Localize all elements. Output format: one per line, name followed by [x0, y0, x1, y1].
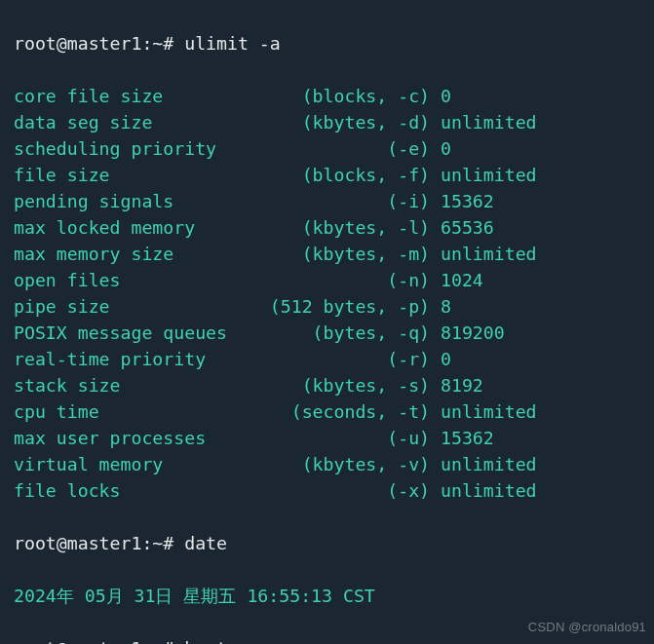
ulimit-value: unlimited — [441, 244, 537, 264]
ulimit-unit: (-n) — [270, 270, 441, 290]
ulimit-row: pipe size (512 bytes, -p) 8 — [14, 293, 640, 320]
ulimit-unit: (kbytes, -s) — [270, 375, 441, 396]
ulimit-unit: (-e) — [270, 138, 441, 159]
ulimit-unit: (-u) — [270, 428, 441, 448]
ulimit-row: core file size (blocks, -c) 0 — [14, 83, 640, 109]
ulimit-value: 15362 — [441, 191, 494, 211]
ulimit-label: open files — [14, 270, 270, 290]
command-text: date — [184, 533, 227, 553]
ulimit-row: POSIX message queues (bytes, -q) 819200 — [14, 320, 640, 346]
ulimit-row: max locked memory (kbytes, -l) 65536 — [14, 214, 640, 241]
ulimit-label: max locked memory — [14, 217, 270, 238]
date-output: 2024年 05月 31日 星期五 16:55:13 CST — [14, 583, 640, 609]
command-text: hostname — [184, 638, 270, 644]
ulimit-row: virtual memory (kbytes, -v) unlimited — [14, 451, 640, 477]
ulimit-unit: (kbytes, -m) — [270, 244, 441, 264]
ulimit-value: 8 — [441, 296, 451, 317]
ulimit-label: cpu time — [14, 401, 270, 422]
ulimit-value: 0 — [441, 138, 451, 159]
shell-prompt: root@master1:~# — [14, 533, 184, 553]
ulimit-label: POSIX message queues — [14, 322, 270, 343]
ulimit-value: unlimited — [441, 165, 537, 185]
ulimit-value: 819200 — [441, 322, 505, 343]
ulimit-unit: (seconds, -t) — [270, 401, 441, 422]
ulimit-row: open files (-n) 1024 — [14, 267, 640, 293]
ulimit-label: scheduling priority — [14, 138, 270, 159]
ulimit-label: pending signals — [14, 191, 270, 211]
ulimit-unit: (kbytes, -v) — [270, 454, 441, 474]
ulimit-row: cpu time (seconds, -t) unlimited — [14, 398, 640, 425]
ulimit-value: 15362 — [441, 428, 494, 448]
ulimit-row: file size (blocks, -f) unlimited — [14, 162, 640, 188]
ulimit-unit: (bytes, -q) — [270, 322, 441, 343]
terminal-output[interactable]: root@master1:~# ulimit -a core file size… — [0, 0, 654, 644]
ulimit-value: 1024 — [441, 270, 483, 290]
ulimit-row: pending signals (-i) 15362 — [14, 188, 640, 214]
command-text: ulimit -a — [184, 33, 281, 54]
ulimit-unit: (kbytes, -l) — [270, 217, 441, 238]
ulimit-unit: (512 bytes, -p) — [270, 296, 441, 317]
ulimit-row: stack size (kbytes, -s) 8192 — [14, 372, 640, 398]
ulimit-row: scheduling priority (-e) 0 — [14, 135, 640, 162]
ulimit-row: max user processes (-u) 15362 — [14, 425, 640, 451]
ulimit-unit: (-r) — [270, 349, 441, 369]
ulimit-label: file size — [14, 165, 270, 185]
shell-prompt: root@master1:~# — [14, 33, 184, 54]
ulimit-label: max memory size — [14, 244, 270, 264]
ulimit-row: max memory size (kbytes, -m) unlimited — [14, 241, 640, 267]
ulimit-label: virtual memory — [14, 454, 270, 474]
ulimit-value: unlimited — [441, 112, 537, 133]
ulimit-value: unlimited — [441, 480, 537, 501]
ulimit-unit: (blocks, -c) — [270, 86, 441, 106]
ulimit-unit: (-x) — [270, 480, 441, 501]
ulimit-unit: (blocks, -f) — [270, 165, 441, 185]
ulimit-value: 65536 — [441, 217, 494, 238]
shell-prompt: root@master1:~# — [14, 638, 184, 644]
ulimit-row: file locks (-x) unlimited — [14, 477, 640, 504]
ulimit-label: file locks — [14, 480, 270, 501]
ulimit-value: 0 — [441, 86, 451, 106]
ulimit-unit: (-i) — [270, 191, 441, 211]
ulimit-label: pipe size — [14, 296, 270, 317]
ulimit-row: real-time priority (-r) 0 — [14, 346, 640, 372]
ulimit-row: data seg size (kbytes, -d) unlimited — [14, 109, 640, 135]
ulimit-label: max user processes — [14, 428, 270, 448]
ulimit-label: real-time priority — [14, 349, 270, 369]
ulimit-value: 8192 — [441, 375, 483, 396]
ulimit-label: stack size — [14, 375, 270, 396]
ulimit-unit: (kbytes, -d) — [270, 112, 441, 133]
ulimit-label: data seg size — [14, 112, 270, 133]
ulimit-value: unlimited — [441, 401, 537, 422]
ulimit-value: 0 — [441, 349, 451, 369]
ulimit-value: unlimited — [441, 454, 537, 474]
ulimit-label: core file size — [14, 86, 270, 106]
watermark-text: CSDN @cronaldo91 — [528, 614, 646, 640]
